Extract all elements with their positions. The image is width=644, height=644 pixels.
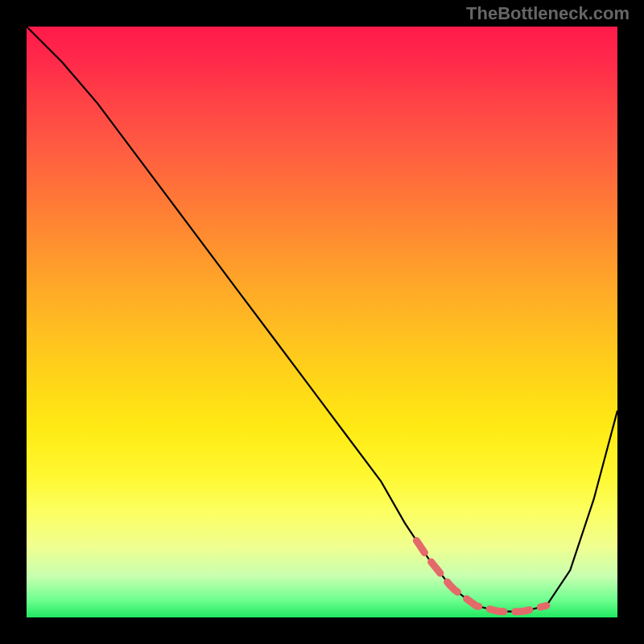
bottleneck-curve-line xyxy=(27,27,617,612)
watermark-text: TheBottleneck.com xyxy=(466,3,630,24)
optimal-range-marker xyxy=(416,541,547,612)
chart-svg xyxy=(27,27,617,617)
plot-area xyxy=(27,27,617,617)
